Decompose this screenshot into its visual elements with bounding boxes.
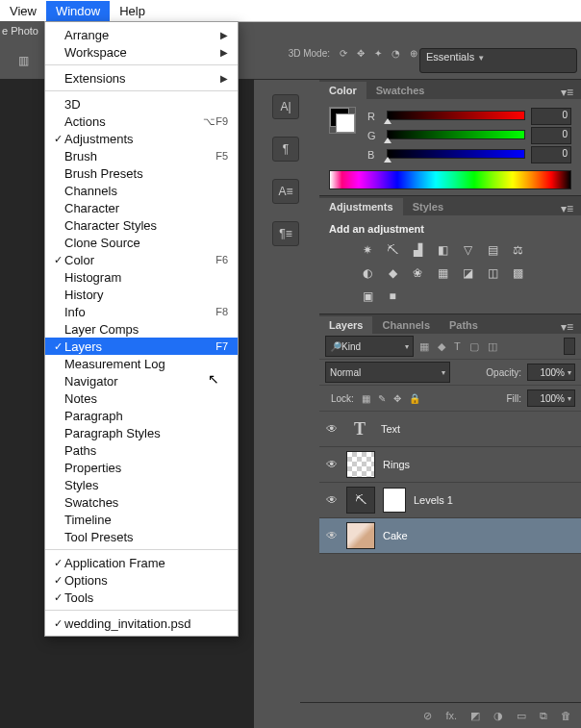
layer-name[interactable]: Cake	[383, 530, 408, 541]
menubar-window[interactable]: Window	[46, 1, 110, 21]
panel-menu-icon[interactable]: ▾≡	[553, 86, 581, 99]
channel-value-R[interactable]: 0	[531, 108, 571, 125]
menu-item-character[interactable]: Character	[45, 199, 238, 216]
orbit-icon[interactable]: ⟳	[340, 48, 347, 59]
menu-item-workspace[interactable]: Workspace▶	[45, 43, 238, 61]
lock-icon-1[interactable]: ✎	[378, 393, 386, 404]
adjustment-icon-12[interactable]: ◫	[484, 265, 501, 281]
color-spectrum[interactable]	[329, 170, 571, 189]
panel-menu-icon[interactable]: ▾≡	[553, 202, 581, 215]
menu-item-paths[interactable]: Paths	[45, 441, 238, 459]
fill-input[interactable]: 100%▾	[527, 389, 575, 407]
layers-footer-icon-2[interactable]: ◩	[470, 710, 480, 722]
layer-filter-kind[interactable]: 🔎Kind▾	[325, 336, 414, 357]
layer-name[interactable]: Text	[381, 423, 400, 435]
adjustment-icon-7[interactable]: ◐	[359, 265, 376, 281]
menu-item-brush[interactable]: BrushF5	[45, 147, 238, 164]
layer-name[interactable]: Rings	[383, 459, 410, 470]
adjustment-icon-13[interactable]: ▩	[509, 265, 526, 281]
layers-footer-icon-4[interactable]: ▭	[517, 710, 526, 722]
menubar-view[interactable]: View	[0, 1, 46, 21]
blend-mode-dropdown[interactable]: Normal▾	[325, 362, 450, 383]
lock-icon-0[interactable]: ▦	[362, 393, 370, 404]
filter-toggle[interactable]	[564, 338, 575, 355]
menu-item-tool-presets[interactable]: Tool Presets	[45, 528, 238, 545]
opacity-input[interactable]: 100%▾	[527, 364, 575, 381]
layers-footer-icon-3[interactable]: ◑	[493, 710, 503, 722]
menu-item-options[interactable]: ✓Options	[45, 571, 238, 589]
panel-toggle[interactable]: ▥	[0, 42, 47, 79]
adjustment-icon-9[interactable]: ❀	[409, 265, 426, 281]
menu-item-info[interactable]: InfoF8	[45, 303, 238, 320]
menu-item-actions[interactable]: Actions⌥F9	[45, 113, 238, 130]
menu-item-wedding-invitation-psd[interactable]: ✓wedding_invitation.psd	[45, 615, 238, 632]
layer-mask[interactable]	[383, 488, 406, 513]
character-panel-icon[interactable]: A|	[272, 94, 299, 119]
visibility-icon[interactable]: 👁	[325, 529, 339, 542]
menu-item-histogram[interactable]: Histogram	[45, 268, 238, 286]
adjustment-icon-8[interactable]: ◆	[384, 265, 401, 281]
adjustment-icon-0[interactable]: ✷	[359, 242, 376, 258]
fg-bg-swatch[interactable]	[329, 107, 356, 134]
adjustment-icon-4[interactable]: ▽	[459, 242, 476, 258]
tab-channels[interactable]: Channels	[372, 316, 440, 334]
menubar-help[interactable]: Help	[110, 1, 155, 21]
menu-item-swatches[interactable]: Swatches	[45, 493, 238, 511]
adjustment-icon-6[interactable]: ⚖	[509, 242, 526, 258]
layers-footer-icon-5[interactable]: ⧉	[540, 710, 547, 722]
visibility-icon[interactable]: 👁	[325, 458, 339, 471]
menu-item-paragraph[interactable]: Paragraph	[45, 407, 238, 424]
adjustment-icon-14[interactable]: ▣	[359, 289, 376, 304]
channel-slider-R[interactable]	[387, 111, 525, 122]
adjustment-icon-3[interactable]: ◧	[434, 242, 451, 258]
layer-name[interactable]: Levels 1	[414, 494, 453, 506]
visibility-icon[interactable]: 👁	[325, 493, 339, 507]
menu-item-history[interactable]: History	[45, 286, 238, 303]
light-icon[interactable]: ◔	[392, 48, 400, 59]
layer-text[interactable]: 👁TText	[319, 412, 581, 447]
layer-filter-icon-2[interactable]: T	[454, 340, 461, 353]
menu-item-paragraph-styles[interactable]: Paragraph Styles	[45, 424, 238, 441]
menu-item-application-frame[interactable]: ✓Application Frame	[45, 554, 238, 571]
menu-item-timeline[interactable]: Timeline	[45, 511, 238, 528]
tab-swatches[interactable]: Swatches	[366, 82, 435, 99]
menu-item-measurement-log[interactable]: Measurement Log	[45, 355, 238, 372]
tab-color[interactable]: Color	[319, 82, 366, 99]
menu-item-arrange[interactable]: Arrange▶	[45, 26, 238, 43]
layer-cake[interactable]: 👁Cake	[319, 518, 581, 554]
menu-item-channels[interactable]: Channels	[45, 182, 238, 199]
menu-item-notes[interactable]: Notes	[45, 389, 238, 407]
menu-item-layers[interactable]: ✓LayersF7	[45, 338, 238, 355]
workspace-dropdown[interactable]: Essentials▼	[419, 48, 577, 73]
adjustment-icon-15[interactable]: ■	[384, 289, 401, 304]
lock-icon-2[interactable]: ✥	[393, 393, 401, 404]
channel-value-B[interactable]: 0	[531, 146, 571, 163]
adjustment-icon-10[interactable]: ▦	[434, 265, 451, 281]
layer-filter-icon-3[interactable]: ▢	[469, 340, 479, 353]
layer-filter-icon-0[interactable]: ▦	[419, 340, 429, 353]
menu-item-navigator[interactable]: Navigator	[45, 372, 238, 389]
menu-item-properties[interactable]: Properties	[45, 459, 238, 476]
menu-item-3d[interactable]: 3D	[45, 95, 238, 113]
axis-icon[interactable]: ⊕	[410, 48, 417, 59]
layer-filter-icon-1[interactable]: ◆	[438, 340, 445, 353]
menu-item-adjustments[interactable]: ✓Adjustments	[45, 130, 238, 147]
menu-item-extensions[interactable]: Extensions▶	[45, 69, 238, 87]
layers-footer-icon-1[interactable]: fx.	[445, 710, 457, 721]
lock-icon-3[interactable]: 🔒	[409, 393, 420, 404]
tab-styles[interactable]: Styles	[403, 198, 453, 215]
menu-item-color[interactable]: ✓ColorF6	[45, 251, 238, 268]
adjustment-icon-11[interactable]: ◪	[459, 265, 476, 281]
tab-paths[interactable]: Paths	[440, 316, 488, 334]
menu-item-layer-comps[interactable]: Layer Comps	[45, 320, 238, 338]
char-styles-panel-icon[interactable]: A≡	[272, 179, 299, 204]
visibility-icon[interactable]: 👁	[325, 422, 339, 436]
menu-item-character-styles[interactable]: Character Styles	[45, 216, 238, 234]
pan-icon[interactable]: ✥	[357, 48, 365, 59]
channel-slider-G[interactable]	[387, 130, 525, 141]
menu-item-tools[interactable]: ✓Tools	[45, 589, 238, 606]
paragraph-panel-icon[interactable]: ¶	[272, 137, 299, 162]
menu-item-styles[interactable]: Styles	[45, 476, 238, 493]
menu-item-clone-source[interactable]: Clone Source	[45, 234, 238, 251]
layer-levels-1[interactable]: 👁⛏Levels 1	[319, 483, 581, 518]
